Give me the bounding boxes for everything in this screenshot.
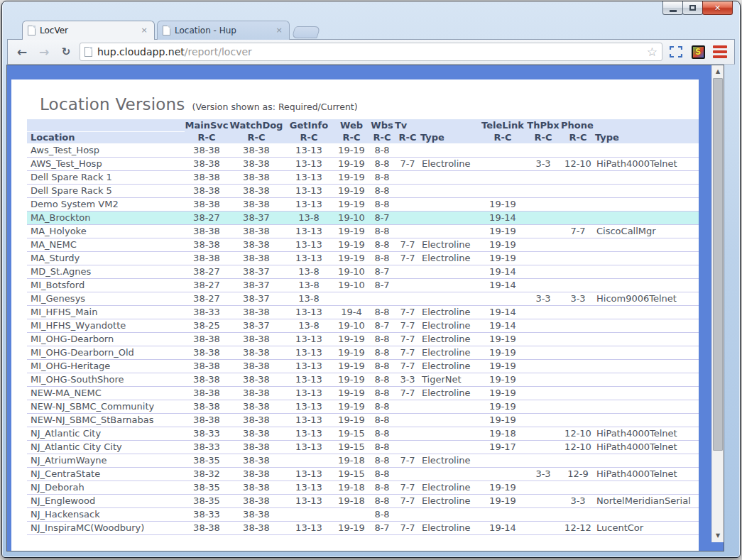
address-bar[interactable]: hup.cloudapp.net/report/locver ☆ (80, 43, 662, 61)
cell-mainsvc: 38-27 (185, 265, 229, 278)
tab-close-icon[interactable]: × (274, 26, 284, 35)
cell-web: 19-19 (334, 373, 369, 386)
cell-telelink (480, 292, 525, 305)
cell-tv_type (420, 467, 480, 481)
cell-getinfo: 13-13 (284, 373, 334, 386)
table-row[interactable]: NJ_Englewood38-3538-3813-1319-188-87-7El… (27, 494, 699, 507)
cell-getinfo: 13-8 (284, 211, 334, 224)
table-row[interactable]: NEW-NJ_SBMC_StBarnabas38-3838-3813-1319-… (27, 413, 699, 427)
scrollbar-thumb[interactable] (713, 78, 723, 451)
hamburger-menu-icon (713, 45, 727, 58)
table-row[interactable]: NJ_Atlantic City City38-3338-3813-1319-1… (27, 440, 699, 454)
cell-tv_rc: 7-7 (395, 332, 420, 346)
cell-thpbx (525, 211, 561, 224)
cell-tv_rc: 7-7 (395, 238, 420, 251)
cell-phone_type (595, 319, 699, 332)
table-row[interactable]: NEW-MA_NEMC38-3838-3813-1319-198-87-7Ele… (27, 386, 699, 400)
cell-phone_rc: 3-3 (561, 494, 595, 507)
cell-location: NEW-NJ_SBMC_Community (27, 400, 185, 413)
cell-tv_type (420, 143, 480, 157)
cell-phone_rc (561, 454, 595, 467)
tab-close-icon[interactable]: × (139, 26, 149, 35)
cell-web: 19-19 (334, 359, 369, 373)
cell-web: 19-15 (334, 440, 369, 454)
close-button[interactable]: ✕ (702, 1, 733, 15)
bookmark-star-icon[interactable]: ☆ (647, 45, 658, 59)
cell-mainsvc: 38-38 (185, 224, 229, 238)
cell-phone_rc (561, 346, 595, 359)
cell-tv_rc (395, 440, 420, 454)
forward-icon[interactable]: → (36, 45, 53, 59)
cell-mainsvc: 38-38 (185, 359, 229, 373)
cell-watchdog: 38-38 (229, 346, 284, 359)
cell-tv_rc (395, 143, 420, 157)
table-row[interactable]: MI_OHG-Dearborn_Old38-3838-3813-1319-198… (27, 346, 699, 359)
table-row[interactable]: MI_OHG-SouthShore38-3838-3813-1319-198-8… (27, 373, 699, 386)
s-extension-button[interactable]: S (689, 43, 706, 60)
cell-thpbx (525, 265, 561, 278)
cell-telelink (480, 507, 525, 521)
table-row[interactable]: MD_St.Agnes38-2738-3713-819-108-719-14 (27, 265, 699, 278)
cell-tv_rc: 7-7 (395, 319, 420, 332)
vertical-scrollbar[interactable]: ▲ ▼ (711, 65, 724, 542)
table-row[interactable]: MI_OHG-Heritage38-3838-3813-1319-198-87-… (27, 359, 699, 373)
table-row[interactable]: Dell Spare Rack 138-3838-3813-1319-198-8 (27, 170, 699, 184)
table-row[interactable]: MA_Brockton38-2738-3713-819-108-719-14 (27, 211, 699, 224)
browser-menu-button[interactable] (711, 43, 729, 60)
table-row[interactable]: NJ_Hackensack38-3338-388-8 (27, 507, 699, 521)
cell-watchdog: 38-38 (229, 521, 284, 534)
table-row[interactable]: MI_Botsford38-2738-3713-819-108-719-14 (27, 278, 699, 292)
capture-extension-button[interactable] (667, 43, 684, 60)
cell-location: NEW-NJ_SBMC_StBarnabas (27, 413, 185, 427)
location-table-body: Aws_Test_Hosp38-3838-3813-1319-198-8AWS_… (27, 143, 699, 534)
tab-location-hup[interactable]: Location - Hup × (157, 21, 290, 40)
table-row[interactable]: NJ_Deborah38-3538-3813-1319-188-87-7Elec… (27, 481, 699, 494)
cell-getinfo: 13-13 (284, 346, 334, 359)
cell-wbs: 8-7 (369, 319, 395, 332)
cell-telelink (480, 184, 525, 197)
table-row[interactable]: MA_Holyoke38-3838-3813-1319-198-819-197-… (27, 224, 699, 238)
table-row[interactable]: Demo System VM238-3838-3813-1319-198-819… (27, 197, 699, 211)
cell-tv_rc (395, 265, 420, 278)
header-type-tv: Type (420, 131, 480, 143)
table-row[interactable]: MI_HFHS_Wyandotte38-2538-3713-819-108-77… (27, 319, 699, 332)
table-row[interactable]: MI_HFHS_Main38-3338-3813-1319-48-87-7Ele… (27, 305, 699, 319)
cell-getinfo: 13-8 (284, 319, 334, 332)
cell-tv_type (420, 265, 480, 278)
cell-getinfo: 13-8 (284, 278, 334, 292)
scroll-down-icon[interactable]: ▼ (712, 530, 724, 542)
table-row[interactable]: NEW-NJ_SBMC_Community38-3838-3813-1319-1… (27, 400, 699, 413)
cell-location: NJ_Hackensack (27, 507, 185, 521)
cell-tv_type: TigerNet (420, 373, 480, 386)
table-row[interactable]: MI_Genesys38-2738-3713-83-33-3Hicom9006T… (27, 292, 699, 305)
table-row[interactable]: MA_Sturdy38-3838-3813-1319-198-87-7Elect… (27, 251, 699, 265)
cell-thpbx (525, 278, 561, 292)
cell-watchdog: 38-38 (229, 251, 284, 265)
tab-locver[interactable]: LocVer × (22, 21, 155, 40)
table-row[interactable]: NJ_AtriumWayne38-3538-3819-188-87-7Elect… (27, 454, 699, 467)
cell-telelink (480, 467, 525, 481)
scroll-up-icon[interactable]: ▲ (712, 66, 724, 77)
table-row[interactable]: MI_OHG-Dearborn38-3838-3813-1319-198-87-… (27, 332, 699, 346)
table-row[interactable]: NJ_Atlantic City38-3338-3813-1319-158-81… (27, 427, 699, 440)
page-favicon (28, 26, 36, 35)
window-controls: ✕ (663, 1, 733, 15)
cell-getinfo: 13-13 (284, 481, 334, 494)
cell-tv_rc (395, 197, 420, 211)
table-row[interactable]: MA_NEMC38-3838-3813-1319-198-87-7Electro… (27, 238, 699, 251)
cell-watchdog: 38-38 (229, 238, 284, 251)
table-row[interactable]: Aws_Test_Hosp38-3838-3813-1319-198-8 (27, 143, 699, 157)
cell-tv_rc (395, 292, 420, 305)
back-icon[interactable]: ← (13, 45, 31, 59)
new-tab-button[interactable] (291, 26, 321, 38)
table-row[interactable]: NJ_InspiraMC(Woodbury)38-3838-3813-1319-… (27, 521, 699, 534)
cell-phone_rc (561, 197, 595, 211)
table-row[interactable]: AWS_Test_Hosp38-3838-3813-1319-198-87-7E… (27, 157, 699, 170)
reload-icon[interactable]: ↻ (58, 45, 75, 58)
minimize-button[interactable] (662, 1, 683, 15)
table-row[interactable]: NJ_CentraState38-3238-3813-1319-158-83-3… (27, 467, 699, 481)
maximize-button[interactable] (682, 1, 703, 15)
header-rc-getinfo: R-C (284, 131, 334, 143)
table-row[interactable]: Dell Spare Rack 538-3838-3813-1319-198-8 (27, 184, 699, 197)
cell-getinfo: 13-13 (284, 440, 334, 454)
